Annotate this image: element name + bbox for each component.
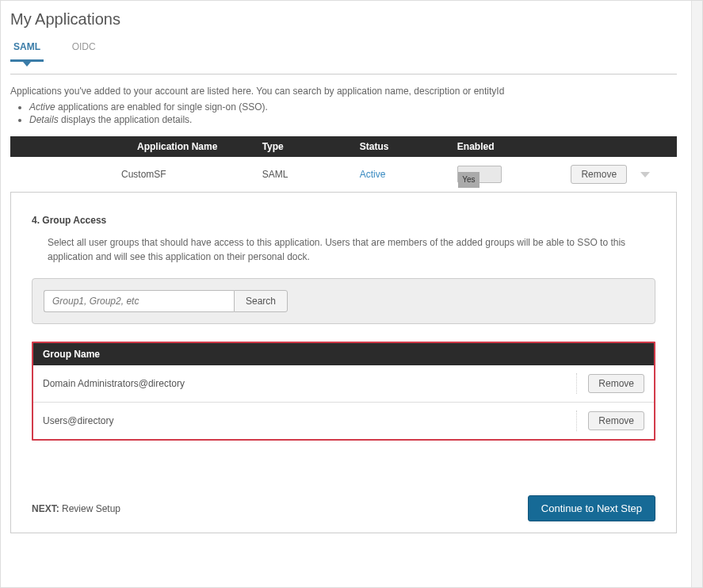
row-divider bbox=[576, 410, 577, 431]
group-name: Domain Administrators@directory bbox=[43, 378, 185, 389]
vertical-scrollbar[interactable] bbox=[691, 1, 702, 587]
tab-saml[interactable]: SAML bbox=[10, 36, 44, 57]
tabs: SAML OIDC bbox=[10, 36, 686, 58]
step-title: 4. Group Access bbox=[32, 215, 655, 226]
continue-button[interactable]: Continue to Next Step bbox=[528, 495, 655, 521]
intro-bullet-1: Active applications are enabled for sing… bbox=[29, 101, 686, 113]
col-header-type: Type bbox=[254, 136, 352, 157]
group-search-panel: Search bbox=[32, 278, 655, 324]
col-header-enabled: Enabled bbox=[449, 136, 564, 157]
cell-app-actions: Remove bbox=[563, 157, 677, 193]
group-table-header: Group Name bbox=[33, 343, 654, 365]
remove-group-button[interactable]: Remove bbox=[588, 374, 644, 393]
tab-oidc[interactable]: OIDC bbox=[69, 36, 99, 57]
group-row: Users@directory Remove bbox=[33, 403, 654, 439]
group-table: Group Name Domain Administrators@directo… bbox=[32, 342, 655, 441]
chevron-down-icon[interactable] bbox=[640, 172, 650, 178]
divider bbox=[10, 74, 677, 74]
intro-bullet-2: Details displays the application details… bbox=[29, 114, 686, 125]
intro-bullets: Active applications are enabled for sing… bbox=[10, 101, 686, 125]
cell-app-status: Active bbox=[352, 157, 449, 193]
group-name: Users@directory bbox=[43, 415, 114, 426]
cell-app-type: SAML bbox=[254, 157, 352, 193]
toggle-off-label bbox=[479, 166, 501, 182]
status-link[interactable]: Active bbox=[360, 169, 386, 180]
next-step-label: NEXT: Review Setup bbox=[32, 503, 120, 514]
group-row: Domain Administrators@directory Remove bbox=[33, 365, 654, 403]
group-search-button[interactable]: Search bbox=[234, 290, 288, 312]
cell-app-name: CustomSF bbox=[10, 157, 254, 193]
enabled-toggle[interactable]: Yes bbox=[457, 166, 502, 183]
applications-table: Application Name Type Status Enabled Cus… bbox=[10, 136, 677, 193]
remove-app-button[interactable]: Remove bbox=[571, 165, 627, 184]
group-search-input[interactable] bbox=[44, 290, 234, 312]
row-divider bbox=[576, 373, 577, 394]
remove-group-button[interactable]: Remove bbox=[588, 411, 644, 430]
page-title: My Applications bbox=[10, 10, 686, 29]
panel-footer: NEXT: Review Setup Continue to Next Step bbox=[32, 495, 655, 521]
toggle-on-label: Yes bbox=[458, 172, 479, 188]
table-row: CustomSF SAML Active Yes Remove bbox=[10, 157, 677, 193]
col-header-status: Status bbox=[352, 136, 449, 157]
col-header-actions bbox=[563, 136, 677, 157]
cell-app-enabled: Yes bbox=[449, 157, 564, 193]
step-description: Select all user groups that should have … bbox=[48, 235, 655, 264]
col-header-name: Application Name bbox=[10, 136, 254, 157]
group-access-panel: 4. Group Access Select all user groups t… bbox=[10, 193, 677, 533]
intro-text: Applications you've added to your accoun… bbox=[10, 86, 677, 97]
